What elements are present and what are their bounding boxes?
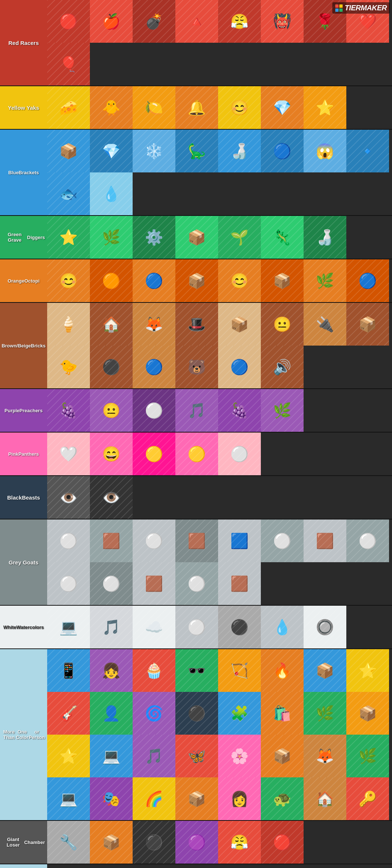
- tier-item[interactable]: 🎵: [175, 389, 218, 432]
- tier-item[interactable]: 🟫: [90, 519, 133, 562]
- tier-item[interactable]: 🐢: [261, 777, 304, 820]
- tier-item[interactable]: 🔵: [261, 130, 304, 172]
- tier-item[interactable]: 📦: [261, 735, 304, 777]
- tier-item[interactable]: 💻: [90, 735, 133, 777]
- tier-item[interactable]: 🟡: [175, 433, 218, 475]
- tier-item[interactable]: 👧: [90, 649, 133, 692]
- tier-item[interactable]: 💻: [47, 606, 90, 648]
- tier-item[interactable]: 🎈: [47, 43, 90, 85]
- tier-item[interactable]: 😊: [218, 86, 261, 129]
- tier-item[interactable]: 🦊: [304, 735, 346, 777]
- tier-item[interactable]: 🌿: [304, 259, 346, 302]
- tier-item[interactable]: 🦋: [175, 735, 218, 777]
- tier-item[interactable]: 😐: [261, 303, 304, 346]
- tier-item[interactable]: 📦: [47, 130, 90, 172]
- tier-item[interactable]: 🧁: [133, 649, 175, 692]
- tier-item[interactable]: 🟠: [90, 259, 133, 302]
- tier-item[interactable]: 🔧: [47, 821, 90, 864]
- tier-item[interactable]: 🔘: [304, 606, 346, 648]
- tier-item[interactable]: 🌿: [90, 216, 133, 259]
- tier-item[interactable]: 🐥: [90, 86, 133, 129]
- tier-item[interactable]: 📦: [304, 649, 346, 692]
- tier-item[interactable]: 🔴: [261, 821, 304, 864]
- tier-item[interactable]: 👁️: [47, 476, 90, 519]
- tier-item[interactable]: 😤: [218, 0, 261, 43]
- tier-item[interactable]: 🔺: [175, 0, 218, 43]
- tier-item[interactable]: 🍇: [47, 389, 90, 432]
- tier-item[interactable]: 🔔: [175, 86, 218, 129]
- tier-item[interactable]: 🔊: [261, 346, 304, 388]
- tier-item[interactable]: ⭐: [47, 735, 90, 777]
- tier-item[interactable]: 🦊: [133, 303, 175, 346]
- tier-item[interactable]: 🐟: [47, 172, 90, 215]
- tier-item[interactable]: 🍇: [218, 389, 261, 432]
- tier-item[interactable]: 🔥: [261, 649, 304, 692]
- tier-item[interactable]: 💎: [90, 130, 133, 172]
- tier-item[interactable]: 🔹: [346, 130, 389, 172]
- tier-item[interactable]: ⚪: [47, 519, 90, 562]
- tier-item[interactable]: 🤍: [47, 433, 90, 475]
- tier-item[interactable]: ⚫: [175, 692, 218, 735]
- tier-item[interactable]: 📦: [346, 303, 389, 346]
- tier-item[interactable]: 🔌: [304, 303, 346, 346]
- tier-item[interactable]: 📦: [218, 303, 261, 346]
- tier-item[interactable]: 🟫: [304, 519, 346, 562]
- tier-item[interactable]: 🟡: [133, 433, 175, 475]
- tier-item[interactable]: ⚫: [218, 606, 261, 648]
- tier-item[interactable]: ⚪: [90, 562, 133, 605]
- tier-item[interactable]: 🌿: [346, 735, 389, 777]
- tier-item[interactable]: ❄️: [133, 130, 175, 172]
- tier-item[interactable]: 😄: [90, 433, 133, 475]
- tier-item[interactable]: ⚪: [47, 562, 90, 605]
- tier-item[interactable]: 🔵: [218, 346, 261, 388]
- tier-item[interactable]: 🍋: [133, 86, 175, 129]
- tier-item[interactable]: 📦: [175, 777, 218, 820]
- tier-item[interactable]: ⚪: [218, 433, 261, 475]
- tier-item[interactable]: 🌀: [133, 692, 175, 735]
- tier-item[interactable]: 🟫: [218, 562, 261, 605]
- tier-item[interactable]: 🌿: [261, 389, 304, 432]
- tier-item[interactable]: ⚫: [90, 346, 133, 388]
- tier-item[interactable]: 🏠: [90, 303, 133, 346]
- tier-item[interactable]: 🌈: [133, 777, 175, 820]
- tier-item[interactable]: 🎭: [90, 777, 133, 820]
- tier-item[interactable]: 🐻: [175, 346, 218, 388]
- tier-item[interactable]: 📦: [90, 821, 133, 864]
- tier-item[interactable]: 🍶: [218, 130, 261, 172]
- tier-item[interactable]: 🦕: [175, 130, 218, 172]
- tier-item[interactable]: 👹: [261, 0, 304, 43]
- tier-item[interactable]: ⚪: [261, 519, 304, 562]
- tier-item[interactable]: 🎵: [90, 606, 133, 648]
- tier-item[interactable]: 📦: [175, 216, 218, 259]
- tier-item[interactable]: 🍎: [90, 0, 133, 43]
- tier-item[interactable]: 🧀: [47, 86, 90, 129]
- tier-item[interactable]: 👩: [218, 777, 261, 820]
- tier-item[interactable]: 🦎: [261, 216, 304, 259]
- tier-item[interactable]: 🌿: [304, 692, 346, 735]
- tier-item[interactable]: 🏠: [304, 777, 346, 820]
- tier-item[interactable]: 🔴: [47, 0, 90, 43]
- tier-item[interactable]: 😤: [218, 821, 261, 864]
- tier-item[interactable]: 📦: [261, 259, 304, 302]
- tier-item[interactable]: ⚪: [346, 519, 389, 562]
- tier-item[interactable]: 📦: [346, 692, 389, 735]
- tier-item[interactable]: ⭐: [346, 649, 389, 692]
- tier-item[interactable]: 📱: [47, 649, 90, 692]
- tier-item[interactable]: 🔵: [346, 259, 389, 302]
- tier-item[interactable]: 📦: [175, 259, 218, 302]
- tier-item[interactable]: ⚪: [133, 519, 175, 562]
- tier-item[interactable]: ☁️: [133, 606, 175, 648]
- tier-item[interactable]: 💧: [261, 606, 304, 648]
- tier-item[interactable]: 🌱: [218, 216, 261, 259]
- tier-item[interactable]: 🕶️: [175, 649, 218, 692]
- tier-item[interactable]: 👤: [90, 692, 133, 735]
- tier-item[interactable]: 🟫: [175, 519, 218, 562]
- tier-item[interactable]: 🐤: [47, 346, 90, 388]
- tier-item[interactable]: 🧩: [218, 692, 261, 735]
- tier-item[interactable]: 🌸: [218, 735, 261, 777]
- tier-item[interactable]: ⚪: [133, 389, 175, 432]
- tier-item[interactable]: ⚙️: [133, 216, 175, 259]
- tier-item[interactable]: 🔑: [346, 777, 389, 820]
- tier-item[interactable]: ⚪: [175, 606, 218, 648]
- tier-item[interactable]: ⭐: [304, 86, 346, 129]
